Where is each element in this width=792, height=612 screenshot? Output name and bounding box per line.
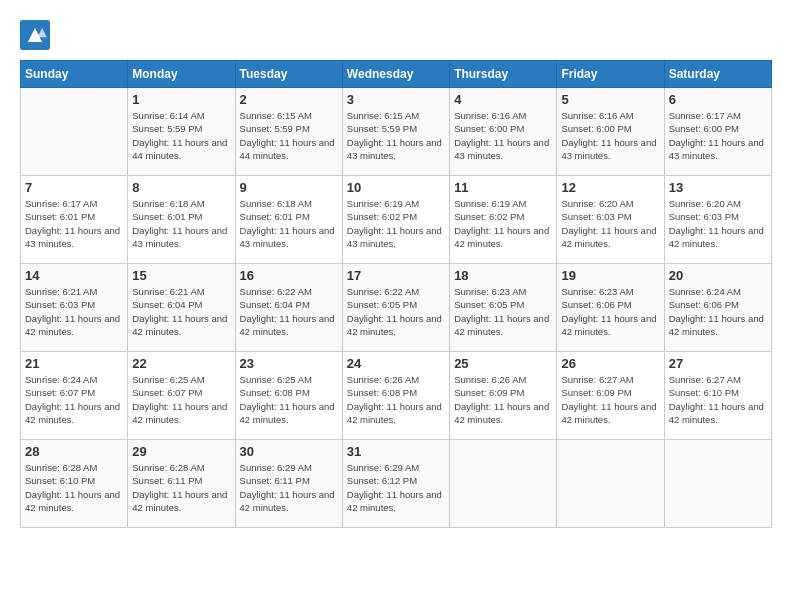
day-number: 20 <box>669 268 767 283</box>
day-number: 2 <box>240 92 338 107</box>
calendar-cell: 3Sunrise: 6:15 AM Sunset: 5:59 PM Daylig… <box>342 88 449 176</box>
calendar-cell <box>557 440 664 528</box>
calendar-cell: 10Sunrise: 6:19 AM Sunset: 6:02 PM Dayli… <box>342 176 449 264</box>
calendar-cell: 13Sunrise: 6:20 AM Sunset: 6:03 PM Dayli… <box>664 176 771 264</box>
day-number: 1 <box>132 92 230 107</box>
calendar-week-row: 28Sunrise: 6:28 AM Sunset: 6:10 PM Dayli… <box>21 440 772 528</box>
calendar-cell: 11Sunrise: 6:19 AM Sunset: 6:02 PM Dayli… <box>450 176 557 264</box>
calendar-cell: 19Sunrise: 6:23 AM Sunset: 6:06 PM Dayli… <box>557 264 664 352</box>
header-monday: Monday <box>128 61 235 88</box>
day-number: 8 <box>132 180 230 195</box>
day-info: Sunrise: 6:26 AM Sunset: 6:09 PM Dayligh… <box>454 373 552 426</box>
calendar-cell: 16Sunrise: 6:22 AM Sunset: 6:04 PM Dayli… <box>235 264 342 352</box>
header-thursday: Thursday <box>450 61 557 88</box>
day-info: Sunrise: 6:29 AM Sunset: 6:11 PM Dayligh… <box>240 461 338 514</box>
day-info: Sunrise: 6:26 AM Sunset: 6:08 PM Dayligh… <box>347 373 445 426</box>
day-number: 17 <box>347 268 445 283</box>
day-info: Sunrise: 6:27 AM Sunset: 6:10 PM Dayligh… <box>669 373 767 426</box>
calendar-week-row: 7Sunrise: 6:17 AM Sunset: 6:01 PM Daylig… <box>21 176 772 264</box>
day-info: Sunrise: 6:21 AM Sunset: 6:03 PM Dayligh… <box>25 285 123 338</box>
day-number: 6 <box>669 92 767 107</box>
day-number: 27 <box>669 356 767 371</box>
day-number: 3 <box>347 92 445 107</box>
calendar-cell: 30Sunrise: 6:29 AM Sunset: 6:11 PM Dayli… <box>235 440 342 528</box>
calendar-cell: 22Sunrise: 6:25 AM Sunset: 6:07 PM Dayli… <box>128 352 235 440</box>
calendar-cell: 29Sunrise: 6:28 AM Sunset: 6:11 PM Dayli… <box>128 440 235 528</box>
day-number: 23 <box>240 356 338 371</box>
calendar-cell: 14Sunrise: 6:21 AM Sunset: 6:03 PM Dayli… <box>21 264 128 352</box>
day-info: Sunrise: 6:20 AM Sunset: 6:03 PM Dayligh… <box>561 197 659 250</box>
day-info: Sunrise: 6:23 AM Sunset: 6:05 PM Dayligh… <box>454 285 552 338</box>
day-number: 9 <box>240 180 338 195</box>
header-friday: Friday <box>557 61 664 88</box>
day-number: 24 <box>347 356 445 371</box>
calendar-cell <box>450 440 557 528</box>
calendar-cell: 28Sunrise: 6:28 AM Sunset: 6:10 PM Dayli… <box>21 440 128 528</box>
day-number: 16 <box>240 268 338 283</box>
day-info: Sunrise: 6:21 AM Sunset: 6:04 PM Dayligh… <box>132 285 230 338</box>
day-info: Sunrise: 6:17 AM Sunset: 6:00 PM Dayligh… <box>669 109 767 162</box>
calendar-cell: 23Sunrise: 6:25 AM Sunset: 6:08 PM Dayli… <box>235 352 342 440</box>
day-info: Sunrise: 6:22 AM Sunset: 6:04 PM Dayligh… <box>240 285 338 338</box>
day-number: 13 <box>669 180 767 195</box>
day-number: 4 <box>454 92 552 107</box>
logo <box>20 20 54 50</box>
day-info: Sunrise: 6:15 AM Sunset: 5:59 PM Dayligh… <box>240 109 338 162</box>
calendar-cell: 15Sunrise: 6:21 AM Sunset: 6:04 PM Dayli… <box>128 264 235 352</box>
day-info: Sunrise: 6:28 AM Sunset: 6:10 PM Dayligh… <box>25 461 123 514</box>
day-info: Sunrise: 6:25 AM Sunset: 6:08 PM Dayligh… <box>240 373 338 426</box>
calendar-cell: 2Sunrise: 6:15 AM Sunset: 5:59 PM Daylig… <box>235 88 342 176</box>
calendar-cell: 6Sunrise: 6:17 AM Sunset: 6:00 PM Daylig… <box>664 88 771 176</box>
calendar-cell: 24Sunrise: 6:26 AM Sunset: 6:08 PM Dayli… <box>342 352 449 440</box>
day-number: 25 <box>454 356 552 371</box>
calendar-cell <box>21 88 128 176</box>
day-info: Sunrise: 6:28 AM Sunset: 6:11 PM Dayligh… <box>132 461 230 514</box>
day-number: 19 <box>561 268 659 283</box>
calendar-cell: 26Sunrise: 6:27 AM Sunset: 6:09 PM Dayli… <box>557 352 664 440</box>
day-info: Sunrise: 6:18 AM Sunset: 6:01 PM Dayligh… <box>132 197 230 250</box>
calendar-cell: 17Sunrise: 6:22 AM Sunset: 6:05 PM Dayli… <box>342 264 449 352</box>
day-number: 5 <box>561 92 659 107</box>
day-number: 11 <box>454 180 552 195</box>
day-info: Sunrise: 6:16 AM Sunset: 6:00 PM Dayligh… <box>454 109 552 162</box>
day-info: Sunrise: 6:29 AM Sunset: 6:12 PM Dayligh… <box>347 461 445 514</box>
day-info: Sunrise: 6:24 AM Sunset: 6:06 PM Dayligh… <box>669 285 767 338</box>
day-info: Sunrise: 6:23 AM Sunset: 6:06 PM Dayligh… <box>561 285 659 338</box>
calendar-cell: 18Sunrise: 6:23 AM Sunset: 6:05 PM Dayli… <box>450 264 557 352</box>
day-info: Sunrise: 6:25 AM Sunset: 6:07 PM Dayligh… <box>132 373 230 426</box>
calendar-cell: 7Sunrise: 6:17 AM Sunset: 6:01 PM Daylig… <box>21 176 128 264</box>
calendar-cell: 9Sunrise: 6:18 AM Sunset: 6:01 PM Daylig… <box>235 176 342 264</box>
calendar-cell: 1Sunrise: 6:14 AM Sunset: 5:59 PM Daylig… <box>128 88 235 176</box>
day-number: 22 <box>132 356 230 371</box>
day-info: Sunrise: 6:15 AM Sunset: 5:59 PM Dayligh… <box>347 109 445 162</box>
day-info: Sunrise: 6:14 AM Sunset: 5:59 PM Dayligh… <box>132 109 230 162</box>
calendar-cell: 20Sunrise: 6:24 AM Sunset: 6:06 PM Dayli… <box>664 264 771 352</box>
day-info: Sunrise: 6:20 AM Sunset: 6:03 PM Dayligh… <box>669 197 767 250</box>
calendar-cell: 12Sunrise: 6:20 AM Sunset: 6:03 PM Dayli… <box>557 176 664 264</box>
calendar-week-row: 1Sunrise: 6:14 AM Sunset: 5:59 PM Daylig… <box>21 88 772 176</box>
day-info: Sunrise: 6:16 AM Sunset: 6:00 PM Dayligh… <box>561 109 659 162</box>
logo-icon <box>20 20 50 50</box>
day-number: 14 <box>25 268 123 283</box>
calendar-cell: 31Sunrise: 6:29 AM Sunset: 6:12 PM Dayli… <box>342 440 449 528</box>
day-number: 28 <box>25 444 123 459</box>
calendar-table: SundayMondayTuesdayWednesdayThursdayFrid… <box>20 60 772 528</box>
calendar-cell: 25Sunrise: 6:26 AM Sunset: 6:09 PM Dayli… <box>450 352 557 440</box>
calendar-header-row: SundayMondayTuesdayWednesdayThursdayFrid… <box>21 61 772 88</box>
calendar-cell: 8Sunrise: 6:18 AM Sunset: 6:01 PM Daylig… <box>128 176 235 264</box>
day-info: Sunrise: 6:17 AM Sunset: 6:01 PM Dayligh… <box>25 197 123 250</box>
header-sunday: Sunday <box>21 61 128 88</box>
day-number: 10 <box>347 180 445 195</box>
header-tuesday: Tuesday <box>235 61 342 88</box>
day-number: 12 <box>561 180 659 195</box>
day-number: 31 <box>347 444 445 459</box>
day-info: Sunrise: 6:18 AM Sunset: 6:01 PM Dayligh… <box>240 197 338 250</box>
calendar-cell: 4Sunrise: 6:16 AM Sunset: 6:00 PM Daylig… <box>450 88 557 176</box>
day-number: 21 <box>25 356 123 371</box>
day-number: 30 <box>240 444 338 459</box>
day-number: 26 <box>561 356 659 371</box>
calendar-week-row: 21Sunrise: 6:24 AM Sunset: 6:07 PM Dayli… <box>21 352 772 440</box>
calendar-week-row: 14Sunrise: 6:21 AM Sunset: 6:03 PM Dayli… <box>21 264 772 352</box>
calendar-cell: 5Sunrise: 6:16 AM Sunset: 6:00 PM Daylig… <box>557 88 664 176</box>
day-info: Sunrise: 6:22 AM Sunset: 6:05 PM Dayligh… <box>347 285 445 338</box>
